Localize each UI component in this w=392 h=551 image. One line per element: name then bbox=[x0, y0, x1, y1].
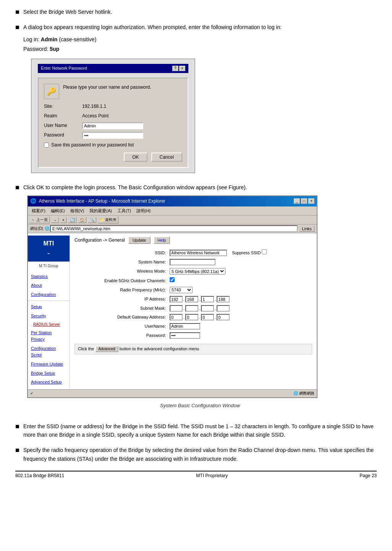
dialog-realm-row: Realm Access Point bbox=[44, 112, 182, 120]
form-row-formpassword: Password: bbox=[75, 332, 311, 340]
bullet2-text: A dialog box appears requesting login au… bbox=[23, 24, 282, 30]
outdoor-checkbox[interactable] bbox=[170, 277, 175, 282]
ie-update-button[interactable]: Update bbox=[128, 236, 151, 244]
ie-menu-edit[interactable]: 編輯(E) bbox=[49, 207, 67, 215]
ie-maximize-btn[interactable]: □ bbox=[301, 198, 307, 204]
bullet-item-3: ■ Click OK to complete the login process… bbox=[15, 183, 377, 415]
form-row-subnet: Subnet Mask: . . . bbox=[75, 304, 311, 313]
dialog-ok-button[interactable]: OK bbox=[124, 153, 147, 162]
ie-main-content: Configuration -> General Update Help SSI… bbox=[70, 233, 317, 389]
sidebar-item-configuration[interactable]: Configuration bbox=[28, 290, 70, 299]
ie-help-button[interactable]: Help bbox=[154, 236, 170, 244]
suppress-ssid-checkbox[interactable] bbox=[262, 249, 267, 254]
dialog-realm-label: Realm bbox=[44, 112, 82, 120]
bullet3-text: Click OK to complete the login process. … bbox=[23, 184, 247, 190]
ip-octet1[interactable] bbox=[170, 296, 183, 302]
ie-links-button[interactable]: Links bbox=[299, 226, 314, 232]
ssid-input[interactable] bbox=[170, 250, 227, 256]
ie-status-left: ✓ bbox=[30, 390, 33, 397]
subnet-label: Subnet Mask: bbox=[75, 304, 167, 313]
bullet-icon-2: ■ bbox=[15, 24, 19, 31]
username-value bbox=[168, 322, 311, 331]
dialog-site-row: Site: 192.168.1.1 bbox=[44, 103, 182, 110]
sysname-input[interactable] bbox=[170, 259, 215, 265]
ie-forward-btn[interactable]: → bbox=[51, 217, 59, 223]
gateway-octet4[interactable] bbox=[217, 314, 230, 320]
frequency-select[interactable]: 5740 bbox=[170, 287, 193, 293]
ie-folders-btn[interactable]: 📁 資料夾 bbox=[98, 216, 119, 223]
ie-back-btn[interactable]: ← 上一頁 bbox=[29, 216, 50, 223]
ie-close-btn[interactable]: × bbox=[308, 198, 314, 204]
ie-advanced-button[interactable]: Advanced bbox=[95, 346, 118, 352]
bullet-icon-3: ■ bbox=[15, 184, 19, 191]
bullet-text-3: Click OK to complete the login process. … bbox=[23, 183, 377, 415]
subnet-octet4[interactable] bbox=[217, 305, 230, 312]
subnet-octet2[interactable] bbox=[185, 305, 198, 312]
ip-octet4[interactable] bbox=[217, 296, 230, 302]
ie-minimize-btn[interactable]: _ bbox=[294, 198, 300, 204]
ie-logo-label: M TI Group bbox=[28, 263, 70, 269]
dialog-username-label: User Name bbox=[44, 122, 82, 129]
subnet-octet1[interactable] bbox=[170, 305, 183, 312]
login-info: Log in: Admin (case-sensitive) Password:… bbox=[23, 35, 377, 54]
ie-search-btn[interactable]: 🔍 bbox=[88, 217, 96, 223]
footer-bar: 802.11a Bridge BR5811 MTI Proprietary Pa… bbox=[15, 471, 377, 480]
ie-title-bar: 🌐 Atheros Web Interface - AP Setup - Mic… bbox=[28, 196, 317, 206]
login-line2: Password: 5up bbox=[23, 44, 377, 54]
dialog-username-input[interactable] bbox=[82, 122, 143, 129]
login-username: Admin bbox=[41, 36, 58, 42]
username-input[interactable] bbox=[170, 323, 200, 330]
gateway-octet3[interactable] bbox=[201, 314, 214, 320]
sidebar-item-about[interactable]: About bbox=[28, 281, 70, 290]
login-line1: Log in: Admin (case-sensitive) bbox=[23, 35, 377, 44]
dialog-save-checkbox[interactable] bbox=[44, 143, 49, 148]
dialog-site-label: Site: bbox=[44, 103, 82, 110]
ie-refresh-btn[interactable]: 🔄 bbox=[68, 217, 76, 223]
suppress-ssid-label: Suppress SSID bbox=[232, 250, 261, 255]
sidebar-item-statistics[interactable]: Statistics bbox=[28, 272, 70, 281]
gateway-value: . . . bbox=[168, 313, 311, 322]
ie-menu-file[interactable]: 檔案(F) bbox=[29, 207, 48, 215]
sidebar-item-firmware[interactable]: Firmware Update bbox=[28, 360, 70, 369]
sidebar-item-advanced-setup[interactable]: Advanced Setup bbox=[28, 378, 70, 387]
dialog-close-btn[interactable]: × bbox=[179, 66, 185, 71]
sidebar-item-bridge-setup[interactable]: Bridge Setup bbox=[28, 369, 70, 378]
ie-menu-favorites[interactable]: 我的最愛(A) bbox=[87, 207, 114, 215]
gateway-octet2[interactable] bbox=[185, 314, 198, 320]
sidebar-item-per-station[interactable]: Per Station Privacy bbox=[28, 328, 70, 344]
bullet-icon-1: ■ bbox=[15, 8, 19, 15]
ip-octet2[interactable] bbox=[185, 296, 198, 302]
ie-menu-tools[interactable]: 工具(T) bbox=[115, 207, 133, 215]
frequency-label: Radio Frequency (MHz): bbox=[75, 286, 167, 294]
adv-bar-text: Click the bbox=[78, 346, 95, 351]
ie-menu-view[interactable]: 檢視(V) bbox=[68, 207, 87, 215]
frequency-value: 5740 bbox=[168, 286, 311, 294]
dialog-password-input[interactable] bbox=[82, 132, 143, 139]
ie-window: 🌐 Atheros Web Interface - AP Setup - Mic… bbox=[27, 195, 317, 398]
form-row-wireless-mode: Wireless Mode: 5 GHz 54Mbps (802.11a) bbox=[75, 267, 311, 276]
ssid-value: Suppress SSID bbox=[168, 249, 311, 257]
bullet-item-5: ■ Specify the radio frequency operation … bbox=[15, 446, 377, 463]
ip-octet3[interactable] bbox=[201, 296, 214, 302]
ip-value: . . . bbox=[168, 295, 311, 304]
ie-home-btn[interactable]: 🏠 bbox=[78, 217, 86, 223]
dialog-question-btn[interactable]: ? bbox=[172, 66, 178, 71]
bullet-text-1: Select the Bridge Web Server hotlink. bbox=[23, 8, 377, 16]
sidebar-item-radius[interactable]: RADIUS Server bbox=[28, 321, 70, 328]
subnet-octet3[interactable] bbox=[201, 305, 214, 312]
dialog-password-label: Password bbox=[44, 132, 82, 139]
ie-stop-btn[interactable]: × bbox=[60, 217, 66, 223]
wireless-mode-select[interactable]: 5 GHz 54Mbps (802.11a) bbox=[170, 268, 225, 275]
ie-menu-help[interactable]: 說明(H) bbox=[134, 207, 153, 215]
sidebar-item-setup[interactable]: Setup bbox=[28, 302, 70, 312]
form-row-username: UserName: bbox=[75, 322, 311, 331]
sidebar-item-security[interactable]: Security bbox=[28, 312, 70, 321]
dialog-cancel-button[interactable]: Cancel bbox=[151, 153, 182, 162]
sidebar-divider bbox=[28, 301, 70, 301]
gateway-octet1[interactable] bbox=[170, 314, 183, 320]
sidebar-item-config-script[interactable]: Configuration Script bbox=[28, 344, 70, 360]
bullet-text-2: A dialog box appears requesting login au… bbox=[23, 23, 377, 176]
ie-address-input[interactable] bbox=[50, 225, 298, 232]
ie-toolbar: ← 上一頁 → × 🔄 🏠 🔍 📁 資料夾 bbox=[28, 216, 317, 224]
formpassword-input[interactable] bbox=[170, 332, 200, 339]
